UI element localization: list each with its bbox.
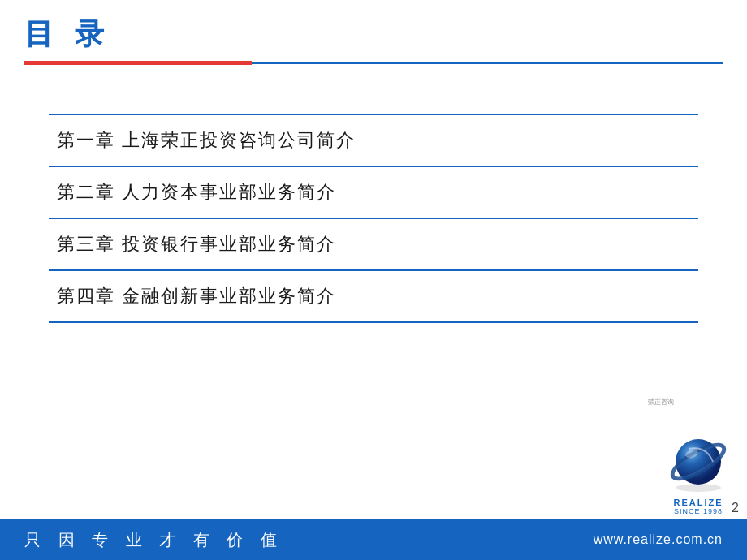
toc-item-4-label: 第四章 金融创新事业部业务简介 bbox=[57, 286, 336, 306]
blue-line bbox=[252, 62, 723, 64]
list-item: 第二章 人力资本事业部业务简介 bbox=[49, 166, 698, 218]
footer: 只 因 专 业 才 有 价 值 www.realize.com.cn bbox=[0, 519, 747, 560]
list-item: 第一章 上海荣正投资咨询公司简介 bbox=[49, 114, 698, 166]
footer-website: www.realize.com.cn bbox=[594, 532, 723, 547]
list-item: 第四章 金融创新事业部业务简介 bbox=[49, 269, 698, 323]
realize-logo-icon bbox=[666, 431, 731, 496]
svg-point-0 bbox=[676, 484, 721, 492]
toc-item-2-label: 第二章 人力资本事业部业务简介 bbox=[57, 182, 336, 202]
realize-brand-label: REALIZE bbox=[673, 498, 723, 507]
since-label: SINCE 1998 bbox=[674, 507, 723, 515]
page-title: 目 录 bbox=[24, 15, 723, 54]
company-small-label: 荣正咨询 bbox=[648, 398, 674, 407]
header-decoration bbox=[24, 61, 723, 65]
toc-item-3-label: 第三章 投资银行事业部业务简介 bbox=[57, 234, 336, 254]
toc-item-1-label: 第一章 上海荣正投资咨询公司简介 bbox=[57, 130, 356, 150]
header: 目 录 bbox=[0, 0, 747, 65]
toc-content: 第一章 上海荣正投资咨询公司简介 第二章 人力资本事业部业务简介 第三章 投资银… bbox=[0, 89, 747, 339]
footer-slogan: 只 因 专 业 才 有 价 值 bbox=[24, 529, 283, 551]
list-item: 第三章 投资银行事业部业务简介 bbox=[49, 218, 698, 269]
page-number: 2 bbox=[732, 501, 739, 515]
red-bar bbox=[24, 61, 252, 65]
logo-area: REALIZE SINCE 1998 bbox=[666, 431, 731, 515]
